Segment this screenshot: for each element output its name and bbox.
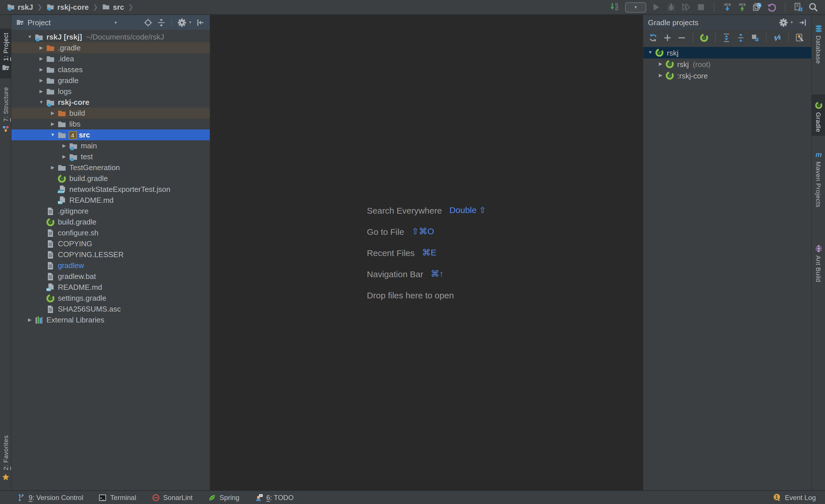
project-tree-item-idea[interactable]: ▶.idea <box>11 53 210 64</box>
tool-stripe-tab-structure[interactable]: 7: Structure <box>0 83 11 140</box>
project-tree-item-build-gradle[interactable]: build.gradle <box>11 217 210 227</box>
project-tree-item-gradle[interactable]: ▶gradle <box>11 75 210 86</box>
statusbar-item-label: Terminal <box>110 493 136 501</box>
tool-stripe-tab-ant-build[interactable]: Ant Build <box>812 238 825 286</box>
project-tree-item-rskj-rskj[interactable]: ▼rskJ [rskj]~/Documents/code/rskJ <box>11 31 210 43</box>
project-tree-item-gradlew[interactable]: gradlew <box>11 260 210 271</box>
project-tree-item-logs[interactable]: ▶logs <box>11 86 210 97</box>
tool-stripe-label: Gradle <box>815 112 822 132</box>
expand-all-button[interactable] <box>722 33 731 42</box>
stop-button[interactable] <box>696 2 706 12</box>
expand-arrow-icon[interactable]: ▶ <box>48 111 57 115</box>
project-tree-item-testgeneration[interactable]: ▶TestGeneration <box>11 162 210 173</box>
tool-stripe-tab-gradle[interactable]: Gradle <box>812 94 825 136</box>
project-tree-item-settings-gradle[interactable]: settings.gradle <box>11 293 210 304</box>
run-button[interactable] <box>652 2 661 12</box>
vcs-update-button[interactable]: VCS <box>723 2 732 12</box>
tool-stripe-tab-project[interactable]: 1: Project <box>0 29 11 79</box>
gradle-button[interactable] <box>699 33 709 42</box>
run-config-combo[interactable]: ▼ <box>625 2 646 12</box>
project-tree-item-copying-lesser[interactable]: COPYING.LESSER <box>11 249 210 260</box>
expand-arrow-icon[interactable]: ▶ <box>60 154 69 159</box>
project-tree-item-build-gradle[interactable]: build.gradle <box>11 173 210 184</box>
expand-arrow-icon[interactable]: ▶ <box>656 62 665 67</box>
tool-stripe-tab-maven-projects[interactable]: mMaven Projects <box>812 144 825 212</box>
detach-project-button[interactable] <box>677 33 686 42</box>
expand-arrow-icon[interactable]: ▶ <box>37 89 46 94</box>
tool-stripe-tab-favorites[interactable]: 2: Favorites <box>0 431 11 488</box>
tree-item-label: build.gradle <box>58 218 96 226</box>
shortcut-action-label: Go to File <box>367 227 404 236</box>
recent-changes-button[interactable] <box>752 2 762 12</box>
collapse-arrow-icon[interactable]: ▼ <box>48 133 57 137</box>
statusbar-item-terminal[interactable]: >_Terminal <box>99 493 136 501</box>
search-everywhere-button[interactable] <box>808 2 818 12</box>
project-tree-item-networkstateexportertest-json[interactable]: JSONnetworkStateExporterTest.json <box>11 184 210 195</box>
statusbar-item-spring[interactable]: Spring <box>208 493 239 501</box>
breadcrumb-item-rskj[interactable]: rskJ <box>7 3 33 11</box>
expand-arrow-icon[interactable]: ▶ <box>48 122 57 126</box>
rollback-button[interactable] <box>767 2 777 12</box>
project-tree-item-gradle[interactable]: ▶.gradle <box>11 43 210 53</box>
settings-gear-button[interactable] <box>177 18 186 27</box>
shortcut-action-label: Navigation Bar <box>367 269 424 279</box>
collapse-arrow-icon[interactable]: ▼ <box>25 35 34 39</box>
collapse-all-button[interactable] <box>736 33 745 42</box>
project-view-dropdown[interactable]: ▼ <box>114 20 118 24</box>
project-tree-item-copying[interactable]: COPYING <box>11 238 210 249</box>
gradle-tree-item-rskj[interactable]: ▼rskj <box>644 47 811 59</box>
expand-arrow-icon[interactable]: ▶ <box>37 57 46 61</box>
project-tree-item-readme-md[interactable]: MDREADME.md <box>11 195 210 205</box>
project-tree-item-test[interactable]: ▶test <box>11 151 210 162</box>
settings-gear-button[interactable] <box>779 18 788 27</box>
project-structure-button[interactable] <box>794 2 803 12</box>
project-tool-window: Project ▼ ▼ ▼rskJ [rskj]~/Documents/code… <box>11 15 210 490</box>
collapse-arrow-icon[interactable]: ▼ <box>37 100 46 104</box>
expand-arrow-icon[interactable]: ▶ <box>48 165 57 170</box>
debug-button[interactable] <box>666 2 676 12</box>
expand-arrow-icon[interactable]: ▶ <box>656 73 665 78</box>
gradle-tree-item-rskj[interactable]: ▶rskj(root) <box>644 59 811 70</box>
breadcrumb-item-src[interactable]: src <box>102 3 124 11</box>
gradle-tree-item-rskj-core[interactable]: ▶:rskj-core <box>644 70 811 81</box>
statusbar-item-todo[interactable]: 6: TODO <box>255 493 294 501</box>
locate-button[interactable] <box>144 18 152 27</box>
project-tree-item-src[interactable]: ▼4src <box>11 130 210 140</box>
project-tree-item-external-libraries[interactable]: ▶External Libraries <box>11 315 210 325</box>
project-tree-item-classes[interactable]: ▶classes <box>11 64 210 75</box>
run-task-button[interactable] <box>751 33 760 42</box>
breadcrumb-item-rskj-core[interactable]: rskj-core <box>47 3 89 11</box>
statusbar-item-version-control[interactable]: 9: Version Control <box>17 493 83 501</box>
project-tree-item-gradlew-bat[interactable]: gradlew.bat <box>11 271 210 282</box>
gradle-settings-button[interactable] <box>795 33 804 42</box>
vcs-commit-button[interactable]: VCS <box>737 2 747 12</box>
collapse-all-button[interactable] <box>157 18 166 27</box>
update-code-button[interactable]: 011001 <box>610 2 620 12</box>
collapse-arrow-icon[interactable]: ▼ <box>646 51 655 55</box>
attach-project-button[interactable] <box>663 33 672 42</box>
expand-arrow-icon[interactable]: ▶ <box>37 67 46 72</box>
expand-arrow-icon[interactable]: ▶ <box>37 46 46 50</box>
offline-mode-button[interactable] <box>773 33 782 42</box>
hide-left-button[interactable] <box>197 18 205 27</box>
expand-arrow-icon[interactable]: ▶ <box>25 318 34 322</box>
tool-stripe-tab-database[interactable]: Database <box>812 18 825 68</box>
refresh-gradle-button[interactable] <box>649 33 658 42</box>
json-file-icon: JSON <box>57 185 66 194</box>
statusbar-event-log[interactable]: 1Event Log <box>773 493 816 502</box>
project-tree-item-gitignore[interactable]: .gitignore <box>11 205 210 217</box>
statusbar-item-sonarlint[interactable]: SonarLint <box>152 493 193 501</box>
project-tree-item-libs[interactable]: ▶libs <box>11 118 210 130</box>
expand-arrow-icon[interactable]: ▶ <box>60 144 69 148</box>
project-tree-item-build[interactable]: ▶build <box>11 108 210 118</box>
expand-arrow-icon[interactable]: ▶ <box>37 78 46 83</box>
tool-stripe-label: Maven Projects <box>815 162 822 207</box>
hide-right-button[interactable] <box>798 18 807 27</box>
run-with-coverage-button[interactable] <box>681 2 691 12</box>
project-tree-item-readme-md[interactable]: MDREADME.md <box>11 282 210 293</box>
project-tree-item-sha256sums-asc[interactable]: SHA256SUMS.asc <box>11 304 210 315</box>
project-tab-icon <box>1 64 9 72</box>
project-tree-item-rskj-core[interactable]: ▼rskj-core <box>11 97 210 108</box>
project-tree-item-main[interactable]: ▶main <box>11 140 210 151</box>
project-tree-item-configure-sh[interactable]: configure.sh <box>11 227 210 238</box>
